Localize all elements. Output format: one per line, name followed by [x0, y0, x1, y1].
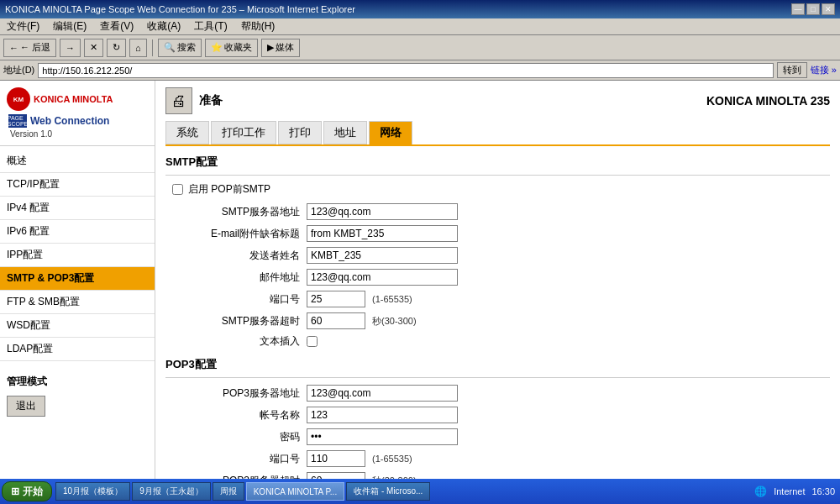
pop3-timeout-row: POP3服务器超时 秒(30-300)	[165, 472, 830, 479]
content-header-left: 🖨 准备	[165, 87, 223, 114]
start-button[interactable]: ⊞ 开始	[2, 481, 52, 501]
tab-address[interactable]: 地址	[323, 121, 367, 144]
tab-print[interactable]: 打印	[278, 121, 322, 144]
smtp-timeout-label: SMTP服务器超时	[165, 314, 300, 328]
smtp-port-hint: (1-65535)	[372, 294, 412, 304]
taskbar-item-1[interactable]: 9月报（王永超）	[132, 482, 211, 501]
smtp-port-row: 端口号 (1-65535)	[165, 291, 830, 307]
pop3-port-row: 端口号 (1-65535)	[165, 450, 830, 467]
email-subject-label: E-mail附件缺省标题	[165, 227, 300, 241]
taskbar-item-0[interactable]: 10月报（模板）	[55, 482, 130, 501]
menu-tools[interactable]: 工具(T)	[191, 18, 230, 34]
pop3-account-input[interactable]	[307, 407, 458, 423]
smtp-server-input[interactable]	[307, 203, 458, 220]
sidebar-item-overview[interactable]: 概述	[0, 150, 155, 173]
header-title: 准备	[199, 93, 223, 108]
smtp-port-input[interactable]	[307, 291, 365, 307]
smtp-port-label: 端口号	[165, 292, 300, 307]
smtp-timeout-hint: 秒(30-300)	[372, 315, 417, 328]
main-container: KM KONICA MINOLTA PAGE SCOPE Web Connect…	[0, 81, 840, 479]
smtp-server-label: SMTP服务器地址	[165, 205, 300, 219]
taskbar-item-3[interactable]: KONICA MINOLTA P...	[246, 482, 344, 501]
tab-system[interactable]: 系统	[165, 121, 209, 144]
smtp-section-title: SMTP配置	[165, 155, 830, 170]
sidebar-item-ipv6[interactable]: IPv6 配置	[0, 220, 155, 244]
sidebar-nav: 概述 TCP/IP配置 IPv4 配置 IPv6 配置 IPP配置 SMTP &…	[0, 146, 155, 365]
content-header: 🖨 准备 KONICA MINOLTA 235	[165, 87, 830, 114]
pop3-port-input[interactable]	[307, 450, 365, 467]
smtp-divider	[165, 175, 830, 176]
favorites-button[interactable]: ⭐ 收藏夹	[205, 39, 258, 57]
tab-print-job[interactable]: 打印工作	[211, 121, 276, 144]
address-bar: 地址(D) 转到 链接 »	[0, 60, 840, 81]
smtp-timeout-input[interactable]	[307, 312, 365, 329]
pop3-divider	[165, 377, 830, 378]
sender-name-input[interactable]	[307, 247, 458, 264]
pop3-server-label: POP3服务器地址	[165, 386, 300, 401]
windows-icon: ⊞	[11, 486, 19, 497]
sidebar: KM KONICA MINOLTA PAGE SCOPE Web Connect…	[0, 81, 155, 479]
sidebar-item-tcpip[interactable]: TCP/IP配置	[0, 173, 155, 197]
version-text: Version 1.0	[7, 129, 148, 139]
close-btn[interactable]: ✕	[822, 3, 835, 15]
menu-favorites[interactable]: 收藏(A)	[144, 18, 184, 34]
forward-button[interactable]: →	[60, 39, 81, 57]
taskbar-item-2[interactable]: 周报	[213, 482, 244, 501]
pop3-account-label: 帐号名称	[165, 408, 300, 423]
stop-button[interactable]: ✕	[84, 39, 103, 57]
menu-help[interactable]: 帮助(H)	[238, 18, 279, 34]
media-button[interactable]: ▶ 媒体	[261, 39, 300, 57]
logout-button[interactable]: 退出	[7, 396, 45, 417]
title-bar: KONICA MINOLTA Page Scope Web Connection…	[0, 0, 840, 18]
text-insert-label: 文本插入	[165, 334, 300, 349]
refresh-button[interactable]: ↻	[107, 39, 126, 57]
email-subject-input[interactable]	[307, 225, 458, 242]
back-button[interactable]: ← ← 后退	[3, 39, 56, 57]
clock: 16:30	[811, 486, 835, 496]
sender-name-row: 发送者姓名	[165, 247, 830, 264]
pop-before-smtp-label: 启用 POP前SMTP	[188, 182, 270, 197]
address-label: 地址(D)	[3, 64, 34, 76]
window-controls: — □ ✕	[791, 3, 835, 15]
email-address-label: 邮件地址	[165, 270, 300, 285]
maximize-btn[interactable]: □	[806, 3, 820, 15]
menu-file[interactable]: 文件(F)	[3, 18, 43, 34]
email-address-input[interactable]	[307, 269, 458, 286]
sidebar-item-smtp-pop3[interactable]: SMTP & POP3配置	[0, 267, 155, 291]
minimize-btn[interactable]: —	[791, 3, 805, 15]
pop3-server-input[interactable]	[307, 385, 458, 402]
sidebar-item-ipp[interactable]: IPP配置	[0, 244, 155, 267]
pop-before-smtp-checkbox[interactable]	[172, 184, 183, 195]
taskbar-item-4[interactable]: 收件箱 - Microsо...	[346, 482, 430, 501]
menu-view[interactable]: 查看(V)	[97, 18, 137, 34]
text-insert-checkbox[interactable]	[307, 336, 318, 347]
sidebar-item-ipv4[interactable]: IPv4 配置	[0, 197, 155, 220]
go-button[interactable]: 转到	[777, 62, 807, 78]
address-input[interactable]	[38, 63, 774, 78]
home-button[interactable]: ⌂	[129, 39, 147, 57]
pop3-password-label: 密码	[165, 430, 300, 444]
sidebar-item-ftp-smb[interactable]: FTP & SMB配置	[0, 291, 155, 314]
admin-section-label: 管理模式	[0, 371, 155, 392]
sidebar-item-ldap[interactable]: LDAP配置	[0, 338, 155, 361]
internet-zone-icon: 🌐	[754, 486, 767, 497]
konica-logo: KM KONICA MINOLTA	[7, 87, 148, 111]
search-button[interactable]: 🔍 搜索	[158, 39, 202, 57]
menu-edit[interactable]: 编辑(E)	[50, 18, 90, 34]
tab-network[interactable]: 网络	[369, 121, 412, 144]
pop3-timeout-input[interactable]	[307, 472, 365, 479]
pop3-password-input[interactable]	[307, 428, 458, 445]
toolbar: ← ← 后退 → ✕ ↻ ⌂ 🔍 搜索 ⭐ 收藏夹 ▶ 媒体	[0, 35, 840, 60]
printer-icon: 🖨	[165, 87, 192, 114]
menu-bar: 文件(F) 编辑(E) 查看(V) 收藏(A) 工具(T) 帮助(H)	[0, 18, 840, 35]
sidebar-item-wsd[interactable]: WSD配置	[0, 314, 155, 338]
pop3-server-row: POP3服务器地址	[165, 385, 830, 402]
links-label: 链接 »	[811, 64, 837, 76]
pop3-section-title: POP3配置	[165, 357, 830, 372]
internet-zone-text: Internet	[774, 486, 805, 496]
konica-brand-text: KONICA MINOLTA	[34, 94, 113, 104]
smtp-server-row: SMTP服务器地址	[165, 203, 830, 220]
taskbar-right: 🌐 Internet 16:30	[754, 486, 838, 497]
konica-circle-icon: KM	[7, 87, 30, 111]
title-bar-text: KONICA MINOLTA Page Scope Web Connection…	[5, 4, 355, 14]
